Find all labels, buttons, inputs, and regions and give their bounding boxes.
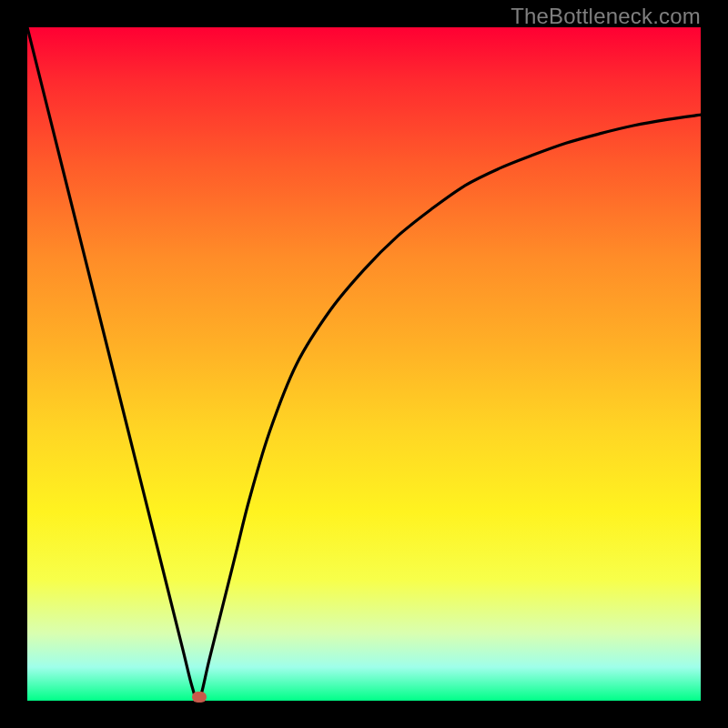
minimum-marker <box>192 692 207 703</box>
chart-frame: TheBottleneck.com <box>0 0 728 728</box>
watermark-text: TheBottleneck.com <box>511 4 701 29</box>
curve-path <box>27 27 701 701</box>
bottleneck-curve <box>27 27 701 701</box>
plot-area <box>27 27 701 701</box>
